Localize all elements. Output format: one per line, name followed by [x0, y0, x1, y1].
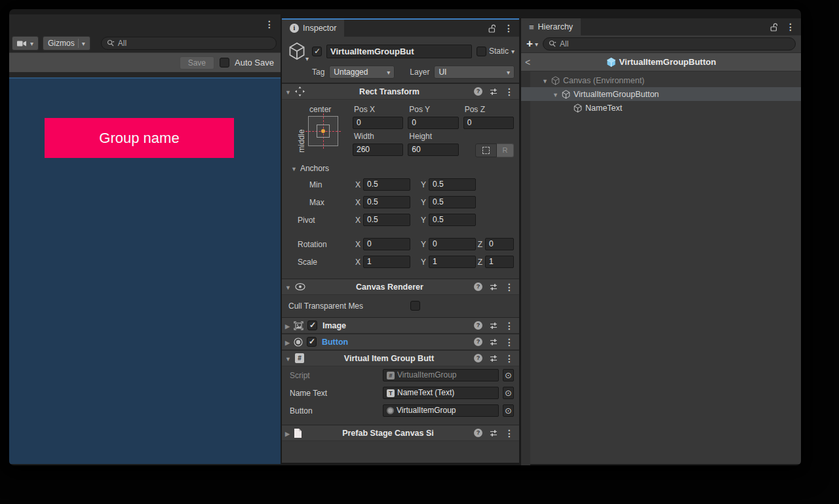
- pos-x-label: Pos X: [353, 105, 403, 114]
- blueprint-mode-button[interactable]: [475, 144, 497, 157]
- scene-view[interactable]: Group name: [9, 77, 281, 464]
- pivot-x-input[interactable]: 0.5: [363, 214, 410, 226]
- active-checkbox[interactable]: [312, 47, 322, 56]
- scene-search-input[interactable]: All: [101, 37, 277, 50]
- pos-z-input[interactable]: 0: [463, 117, 514, 129]
- raw-edit-mode-button[interactable]: R: [497, 144, 514, 157]
- pos-x-input[interactable]: 0: [353, 117, 403, 129]
- tree-row-canvas[interactable]: Canvas (Environment): [521, 73, 801, 87]
- width-input[interactable]: 260: [353, 144, 403, 156]
- lock-icon[interactable]: [770, 23, 778, 31]
- presets-icon[interactable]: [490, 88, 498, 96]
- inspector-menu-icon[interactable]: [504, 23, 513, 33]
- gizmos-dropdown-button[interactable]: Gizmos: [43, 36, 90, 50]
- anchor-max-y-input[interactable]: 0.5: [429, 196, 476, 208]
- create-object-button[interactable]: [526, 39, 538, 49]
- component-menu-icon[interactable]: [505, 320, 514, 331]
- tag-dropdown[interactable]: Untagged: [329, 66, 395, 79]
- static-checkbox[interactable]: [477, 47, 486, 56]
- presets-icon[interactable]: [490, 283, 498, 291]
- name-text-object-field[interactable]: NameText (Text): [383, 387, 499, 399]
- camera-dropdown-button[interactable]: [12, 36, 39, 50]
- auto-save-checkbox[interactable]: [220, 58, 229, 68]
- image-enabled-checkbox[interactable]: [307, 320, 317, 330]
- anchor-min-y-input[interactable]: 0.5: [429, 178, 476, 191]
- height-input[interactable]: 60: [408, 144, 458, 156]
- object-picker-icon[interactable]: [503, 404, 514, 417]
- hierarchy-search-input[interactable]: All: [543, 37, 796, 50]
- component-menu-icon[interactable]: [505, 353, 514, 364]
- foldout-open-icon[interactable]: [542, 76, 548, 85]
- anchor-min-x-input[interactable]: 0.5: [363, 178, 410, 191]
- help-icon[interactable]: [474, 321, 482, 330]
- tree-row-virtualitemgroupbutton[interactable]: VirtualItemGroupButton: [521, 87, 801, 101]
- rotation-z-input[interactable]: 0: [485, 238, 514, 250]
- static-dropdown-icon[interactable]: [511, 47, 515, 56]
- image-component-header[interactable]: Image: [282, 317, 519, 334]
- lock-icon[interactable]: [488, 24, 496, 33]
- tab-hierarchy[interactable]: Hierarchy: [521, 18, 581, 35]
- layer-dropdown[interactable]: UI: [434, 66, 515, 79]
- camera-icon: [17, 40, 27, 47]
- prefab-breadcrumb[interactable]: VirtualItemGroupButton: [539, 57, 783, 68]
- foldout-open-icon[interactable]: [285, 354, 291, 363]
- presets-icon[interactable]: [490, 429, 498, 437]
- anchor-horizontal-label: center: [309, 105, 353, 114]
- scale-y-input[interactable]: 1: [429, 256, 476, 268]
- rotation-y-input[interactable]: 0: [429, 238, 476, 250]
- foldout-open-icon[interactable]: [285, 87, 291, 96]
- help-icon[interactable]: [474, 282, 482, 291]
- help-icon[interactable]: [474, 429, 482, 437]
- script-component-header[interactable]: Virtual Item Group Butt: [282, 350, 519, 366]
- anchor-preset-widget[interactable]: [308, 116, 338, 146]
- gameobject-icon[interactable]: [286, 41, 307, 61]
- hierarchy-menu-icon[interactable]: [786, 22, 795, 32]
- document-icon: [294, 428, 302, 438]
- anchor-max-x-input[interactable]: 0.5: [363, 196, 410, 208]
- button-enabled-checkbox[interactable]: [307, 337, 317, 347]
- cube-icon: [574, 104, 582, 113]
- tab-inspector[interactable]: Inspector: [282, 20, 344, 37]
- pos-y-input[interactable]: 0: [408, 117, 458, 129]
- help-icon[interactable]: [474, 338, 482, 346]
- pane-menu-icon[interactable]: [265, 19, 274, 29]
- object-picker-icon[interactable]: [503, 387, 514, 399]
- help-icon[interactable]: [474, 87, 482, 96]
- scale-x-input[interactable]: 1: [363, 256, 410, 268]
- presets-icon[interactable]: [490, 338, 498, 346]
- prefab-stage-header[interactable]: Prefab Stage Canvas Si: [282, 425, 519, 441]
- component-menu-icon[interactable]: [505, 282, 514, 292]
- anchors-foldout[interactable]: Anchors: [291, 164, 514, 173]
- tree-row-nametext[interactable]: NameText: [521, 101, 801, 115]
- save-button[interactable]: Save: [180, 56, 214, 69]
- cull-transparent-mesh-checkbox[interactable]: [410, 301, 420, 311]
- hierarchy-tab-label: Hierarchy: [538, 22, 574, 31]
- foldout-open-icon[interactable]: [285, 282, 291, 292]
- group-name-button[interactable]: Group name: [45, 118, 234, 158]
- foldout-closed-icon[interactable]: [285, 429, 290, 438]
- presets-icon[interactable]: [490, 322, 498, 330]
- button-object-field[interactable]: VirtualItemGroup: [383, 404, 499, 417]
- button-component-header[interactable]: Button: [282, 334, 519, 350]
- rect-transform-header[interactable]: Rect Transform: [282, 83, 519, 100]
- pivot-y-input[interactable]: 0.5: [429, 214, 476, 226]
- back-icon[interactable]: [525, 57, 539, 68]
- x-axis-label: X: [354, 240, 363, 249]
- canvas-renderer-header[interactable]: Canvas Renderer: [282, 279, 519, 295]
- rotation-x-input[interactable]: 0: [363, 238, 410, 250]
- foldout-closed-icon[interactable]: [285, 338, 290, 347]
- object-picker-icon[interactable]: [503, 369, 514, 381]
- foldout-closed-icon[interactable]: [285, 321, 290, 330]
- script-object-field[interactable]: VirtualItemGroup: [383, 369, 499, 381]
- cube-icon: [551, 76, 560, 85]
- max-label: Max: [291, 198, 354, 207]
- y-axis-label: Y: [420, 258, 429, 267]
- object-name-input[interactable]: VirtualItemGroupBut: [326, 45, 472, 58]
- component-menu-icon[interactable]: [505, 337, 514, 347]
- presets-icon[interactable]: [490, 355, 498, 362]
- component-menu-icon[interactable]: [505, 428, 514, 438]
- foldout-open-icon[interactable]: [553, 90, 558, 99]
- component-menu-icon[interactable]: [505, 87, 514, 97]
- help-icon[interactable]: [474, 354, 482, 362]
- scale-z-input[interactable]: 1: [485, 256, 514, 268]
